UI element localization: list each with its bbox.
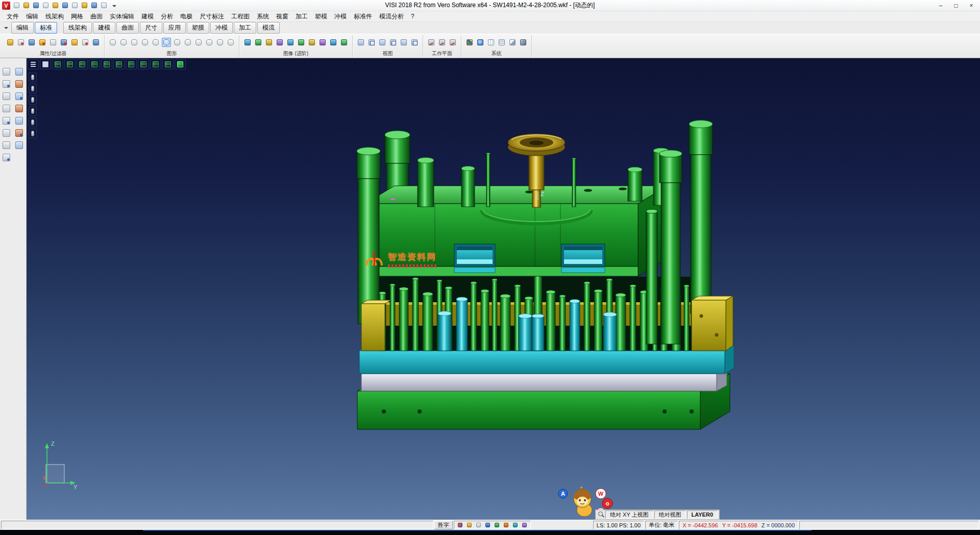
shadow-icon[interactable]: [286, 38, 295, 47]
section-view-icon[interactable]: [173, 38, 182, 47]
menu-dimension[interactable]: 尺寸标注: [196, 11, 228, 22]
view-top-icon[interactable]: [64, 59, 76, 69]
attribute-edit-icon[interactable]: [59, 38, 68, 47]
view-bottom-icon[interactable]: [126, 59, 137, 69]
filter-reset-icon[interactable]: [91, 38, 101, 47]
workplane-align-icon[interactable]: [437, 38, 447, 47]
layer-manager-icon[interactable]: [465, 38, 474, 47]
animation-icon[interactable]: [318, 38, 327, 47]
curvature-analysis-icon[interactable]: [194, 38, 203, 47]
transparent-icon[interactable]: [151, 38, 160, 47]
deselect-icon[interactable]: [14, 66, 24, 77]
move-icon[interactable]: [1, 103, 12, 114]
profile-lock-icon[interactable]: [456, 521, 464, 529]
scale-icon[interactable]: [14, 115, 24, 126]
point-snap-icon[interactable]: [1, 79, 12, 89]
light-icon[interactable]: [275, 38, 284, 47]
maximize-button[interactable]: □: [948, 1, 964, 10]
shaded-edges-icon[interactable]: [140, 38, 150, 47]
section-box-icon[interactable]: [29, 84, 37, 93]
layer-filter-icon[interactable]: [38, 38, 47, 47]
shaded-icon[interactable]: [130, 38, 139, 47]
print-icon[interactable]: [51, 1, 60, 10]
snap-lock-button[interactable]: 拴字: [434, 521, 453, 529]
type-filter-icon[interactable]: [48, 38, 58, 47]
system-settings-icon[interactable]: [476, 38, 485, 47]
entity-properties-icon[interactable]: [6, 38, 15, 47]
tab-edit[interactable]: 编辑: [11, 22, 34, 34]
tab-wireframe[interactable]: 线架构: [63, 22, 92, 34]
menu-file[interactable]: 文件: [3, 11, 22, 22]
session-icon[interactable]: [502, 521, 510, 529]
open-file-icon[interactable]: [22, 1, 31, 10]
texture-icon[interactable]: [254, 38, 263, 47]
render-mode-icon[interactable]: [226, 38, 235, 47]
tab-application[interactable]: 应用: [163, 22, 186, 34]
menu-mesh[interactable]: 网格: [67, 11, 87, 22]
tab-standard[interactable]: 标准: [35, 22, 57, 34]
viewport-layout-icon[interactable]: [40, 59, 51, 69]
rotate-view-icon[interactable]: [388, 38, 398, 47]
save-all-icon[interactable]: [41, 1, 50, 10]
view-iso-nw-icon[interactable]: [150, 59, 161, 69]
mask-dimensions-icon[interactable]: [29, 129, 37, 138]
active-layer-indicator[interactable]: LAYER0: [687, 510, 718, 519]
select-icon[interactable]: [1, 66, 12, 77]
printer-icon[interactable]: [475, 521, 482, 529]
mask-solids-icon[interactable]: [29, 106, 37, 116]
paste-icon[interactable]: [100, 1, 108, 10]
mask-wireframe-icon[interactable]: [29, 117, 37, 127]
menu-wireframe[interactable]: 线架构: [42, 11, 67, 22]
dynamic-shade-icon[interactable]: [162, 38, 171, 47]
pan-icon[interactable]: [378, 38, 387, 47]
view-left-icon[interactable]: [101, 59, 112, 69]
previous-view-icon[interactable]: [399, 38, 408, 47]
menu-machining[interactable]: 加工: [292, 11, 311, 22]
render-settings-icon[interactable]: [243, 38, 252, 47]
close-button[interactable]: ×: [964, 1, 979, 10]
measure-icon[interactable]: [14, 128, 24, 138]
layer-visibility-icon[interactable]: [29, 95, 37, 105]
color-filter-icon[interactable]: [27, 38, 36, 47]
database-icon[interactable]: [493, 521, 501, 529]
named-views-icon[interactable]: [410, 38, 419, 47]
zoom-fit-icon[interactable]: [356, 38, 365, 47]
delete-icon[interactable]: [14, 79, 24, 89]
new-document-icon[interactable]: [12, 1, 21, 10]
tab-modeling[interactable]: 建模: [93, 22, 115, 34]
magnifier-icon[interactable]: [597, 510, 604, 519]
menu-electrode[interactable]: 电极: [177, 11, 196, 22]
view-dynamic-icon[interactable]: [175, 59, 186, 69]
help-icon[interactable]: [484, 521, 492, 529]
menu-modeling[interactable]: 建模: [138, 11, 157, 22]
menu-surface[interactable]: 曲面: [87, 11, 106, 22]
menu-standard-parts[interactable]: 标准件: [350, 11, 376, 22]
view-right-icon[interactable]: [89, 59, 100, 69]
tab-machining[interactable]: 加工: [234, 22, 256, 34]
menu-help[interactable]: ?: [407, 12, 418, 21]
tab-surface[interactable]: 曲面: [116, 22, 139, 34]
menu-window[interactable]: 视窗: [273, 11, 292, 22]
wireframe-icon[interactable]: [108, 38, 117, 47]
menu-drawing[interactable]: 工程图: [228, 11, 253, 22]
offset-icon[interactable]: [1, 128, 12, 138]
grid-icon[interactable]: [486, 38, 496, 47]
calculator-icon[interactable]: [508, 38, 517, 47]
snapshot-icon[interactable]: [307, 38, 316, 47]
print-preview-icon[interactable]: [61, 1, 69, 10]
clipping-plane-icon[interactable]: [29, 72, 37, 82]
menu-solid-edit[interactable]: 实体编辑: [106, 11, 138, 22]
copy-icon[interactable]: [90, 1, 99, 10]
refresh-icon[interactable]: [511, 521, 519, 529]
menu-flow-analysis[interactable]: 模流分析: [376, 11, 407, 22]
menu-progress[interactable]: 冲模: [331, 11, 350, 22]
hidden-line-icon[interactable]: [119, 38, 128, 47]
break-icon[interactable]: [14, 91, 24, 102]
snap-grid-icon[interactable]: [465, 521, 473, 529]
view-iso-ne-icon[interactable]: [138, 59, 149, 69]
macro-icon[interactable]: [519, 38, 528, 47]
pen-color-icon[interactable]: [70, 38, 79, 47]
customize-dropdown-icon[interactable]: [109, 1, 118, 10]
stereo-icon[interactable]: [329, 38, 338, 47]
tab-mould[interactable]: 塑膜: [187, 22, 209, 34]
